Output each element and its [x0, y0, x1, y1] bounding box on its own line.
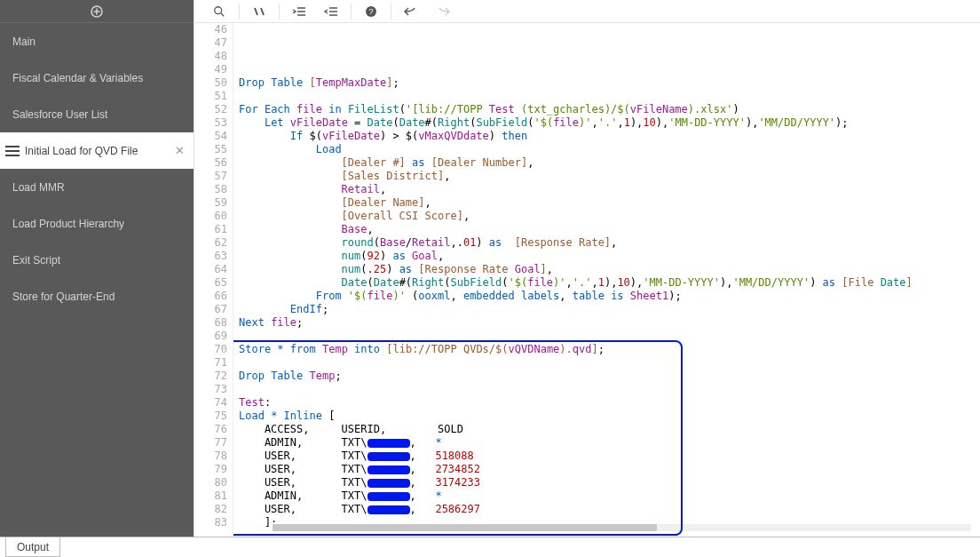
line-number: 47 [194, 36, 227, 50]
code-line[interactable] [239, 383, 975, 396]
code-line[interactable]: Date(Date#(Right(SubField('$(file)','.',… [239, 276, 975, 290]
svg-point-3 [215, 6, 222, 13]
code-line[interactable]: [Overall CSI Score], [239, 210, 975, 223]
line-number-gutter: 4647484950515253545556575859606162636465… [194, 23, 233, 537]
outdent-button[interactable] [315, 0, 347, 23]
code-line[interactable]: Store * from Temp into [lib://TOPP QVDs/… [239, 343, 975, 356]
line-number: 76 [194, 423, 227, 436]
code-line[interactable]: USER, TXT\, 2734852 [239, 463, 975, 476]
line-number: 74 [194, 396, 227, 410]
add-section-button[interactable] [0, 0, 194, 23]
code-line[interactable]: USER, TXT\, 2586297 [239, 503, 975, 516]
line-number: 68 [194, 316, 227, 330]
scrollbar-thumb[interactable] [273, 524, 657, 531]
sidebar-item-salesforce[interactable]: Salesforce User List [0, 96, 194, 132]
line-number: 53 [194, 116, 227, 130]
line-number: 60 [194, 210, 227, 223]
code-line[interactable] [239, 330, 975, 343]
toolbar-separator [239, 4, 240, 20]
code-line[interactable]: [Sales District], [239, 170, 975, 183]
svg-line-5 [255, 8, 257, 15]
sidebar-item-label: Initial Load for QVD File [25, 145, 138, 157]
line-number: 75 [194, 410, 227, 423]
sidebar-item-label: Main [12, 36, 36, 48]
code-line[interactable]: Next file; [239, 316, 975, 330]
code-line[interactable]: Retail, [239, 183, 975, 196]
line-number: 59 [194, 196, 227, 210]
line-number: 57 [194, 170, 227, 183]
output-tab[interactable]: Output [5, 537, 60, 557]
drag-handle-icon[interactable] [5, 146, 20, 156]
indent-button[interactable] [283, 0, 315, 23]
sidebar-item-initial-load[interactable]: Initial Load for QVD File ✕ [0, 132, 194, 169]
sidebar-item-load-product[interactable]: Load Product Hierarchy [0, 205, 194, 242]
line-number: 56 [194, 156, 227, 170]
undo-icon [404, 6, 418, 17]
sidebar-item-load-mmr[interactable]: Load MMR [0, 169, 194, 205]
search-icon [213, 5, 225, 18]
line-number: 64 [194, 263, 227, 276]
line-number: 54 [194, 130, 227, 143]
main-panel: ? 46474849505152535455565758596061626364… [194, 0, 980, 537]
svg-line-6 [261, 8, 264, 15]
code-line[interactable] [239, 356, 975, 370]
code-line[interactable]: ACCESS, USERID, SOLD [239, 423, 975, 436]
sidebar-item-fiscal[interactable]: Fiscal Calendar & Variables [0, 60, 194, 96]
undo-button[interactable] [395, 0, 427, 23]
line-number: 50 [194, 76, 227, 90]
sidebar-item-label: Store for Quarter-End [12, 290, 115, 303]
line-number: 58 [194, 183, 227, 196]
sidebar-item-store-quarter[interactable]: Store for Quarter-End [0, 278, 194, 314]
code-line[interactable]: Test: [239, 396, 975, 410]
help-button[interactable]: ? [355, 0, 387, 23]
line-number: 80 [194, 476, 227, 489]
code-line[interactable]: USER, TXT\, 518088 [239, 450, 975, 463]
code-editor[interactable]: Drop Table [TempMaxDate]; For Each file … [233, 23, 980, 537]
comment-toggle-button[interactable] [243, 0, 275, 23]
comment-icon [253, 6, 265, 17]
code-line[interactable]: num(.25) as [Response Rate Goal], [239, 263, 975, 276]
code-line[interactable]: Load [239, 143, 975, 156]
line-number: 48 [194, 50, 227, 63]
line-number: 73 [194, 383, 227, 396]
horizontal-scrollbar[interactable] [273, 524, 971, 531]
line-number: 71 [194, 356, 227, 370]
sidebar-item-label: Load Product Hierarchy [12, 218, 124, 230]
code-line[interactable] [239, 90, 975, 103]
code-line[interactable] [239, 63, 975, 76]
code-line[interactable]: If $(vFileDate) > $(vMaxQVDdate) then [239, 130, 975, 143]
code-line[interactable]: ADMIN, TXT\, * [239, 489, 975, 503]
line-number: 46 [194, 23, 227, 36]
line-number: 52 [194, 103, 227, 116]
line-number: 72 [194, 370, 227, 383]
code-line[interactable]: EndIf; [239, 303, 975, 316]
code-line[interactable]: Load * Inline [ [239, 410, 975, 423]
indent-icon [292, 6, 306, 17]
code-line[interactable]: From '$(file)' (ooxml, embedded labels, … [239, 290, 975, 303]
line-number: 49 [194, 63, 227, 76]
code-line[interactable]: Drop Table [TempMaxDate]; [239, 76, 975, 90]
code-line[interactable]: Drop Table Temp; [239, 370, 975, 383]
code-line[interactable]: For Each file in FileList('[lib://TOPP T… [239, 103, 975, 116]
line-number: 67 [194, 303, 227, 316]
code-line[interactable]: USER, TXT\, 3174233 [239, 476, 975, 489]
code-line[interactable]: round(Base/Retail,.01) as [Response Rate… [239, 236, 975, 250]
code-line[interactable]: num(92) as Goal, [239, 250, 975, 263]
code-line[interactable]: Let vFileDate = Date(Date#(Right(SubFiel… [239, 116, 975, 130]
sidebar-item-exit-script[interactable]: Exit Script [0, 242, 194, 278]
plus-circle-icon [91, 5, 103, 18]
line-number: 77 [194, 436, 227, 450]
sidebar-item-main[interactable]: Main [0, 23, 194, 60]
line-number: 83 [194, 516, 227, 529]
line-number: 63 [194, 250, 227, 263]
line-number: 82 [194, 503, 227, 516]
close-section-icon[interactable]: ✕ [175, 144, 185, 157]
code-line[interactable]: [Dealer #] as [Dealer Number], [239, 156, 975, 170]
code-line[interactable]: ADMIN, TXT\, * [239, 436, 975, 450]
code-line[interactable]: [Dealer Name], [239, 196, 975, 210]
line-number: 79 [194, 463, 227, 476]
line-number: 66 [194, 290, 227, 303]
code-line[interactable]: Base, [239, 223, 975, 236]
search-button[interactable] [203, 0, 235, 23]
outdent-icon [324, 6, 338, 17]
